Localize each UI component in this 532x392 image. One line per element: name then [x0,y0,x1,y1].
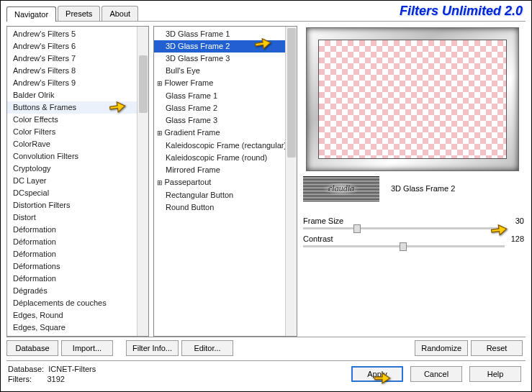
filter-item[interactable]: 3D Glass Frame 2 [154,40,297,53]
apply-button[interactable]: Apply [351,366,403,382]
help-button[interactable]: Help [469,366,521,382]
filter-info-button[interactable]: Filter Info... [126,340,179,356]
category-item[interactable]: Buttons & Frames [7,101,148,114]
category-item[interactable]: Edges, Square [7,322,148,334]
category-item[interactable]: Déplacements de couches [7,297,148,309]
category-item[interactable]: Edges, Round [7,309,148,322]
slider-frame-size[interactable] [303,227,505,229]
category-item[interactable]: Distortion Filters [7,199,148,211]
watermark: claudia [303,176,379,201]
import-button[interactable]: Import... [61,340,113,356]
randomize-button[interactable]: Randomize [415,340,468,356]
reset-button[interactable]: Reset [471,340,523,356]
category-item[interactable]: Andrew's Filters 7 [7,53,148,65]
app-title: Filters Unlimited 2.0 [400,4,523,19]
filter-item[interactable]: Kaleidoscopic Frame (round) [154,152,297,164]
filter-list[interactable]: 3D Glass Frame 13D Glass Frame 23D Glass… [153,26,297,337]
scrollbar[interactable] [137,27,148,336]
category-item[interactable]: Déformation [7,236,148,248]
filter-item[interactable]: Mirrored Frame [154,164,297,176]
param-contrast-value: 128 [495,234,524,243]
filter-item[interactable]: 3D Glass Frame 1 [154,28,297,40]
filter-item[interactable]: Rectangular Button [154,189,297,201]
filter-item[interactable]: Gradient Frame [154,127,297,140]
category-item[interactable]: Déformation [7,273,148,285]
slider-contrast[interactable] [303,245,505,247]
category-item[interactable]: Déformations [7,260,148,273]
category-item[interactable]: Déformation [7,224,148,236]
footer-info: Database: ICNET-Filters Filters: 3192 [8,364,351,384]
category-item[interactable]: Color Effects [7,114,148,126]
filter-item[interactable]: Round Button [154,201,297,214]
param-frame-size-label: Frame Size [303,216,447,225]
param-contrast-label: Contrast [303,234,447,243]
filter-item[interactable]: Flower Frame [154,77,297,90]
category-item[interactable]: Andrew's Filters 9 [7,77,148,89]
filter-item[interactable]: Glass Frame 2 [154,102,297,114]
cancel-button[interactable]: Cancel [410,366,462,382]
selected-filter-name: 3D Glass Frame 2 [391,184,455,193]
category-item[interactable]: Andrew's Filters 6 [7,40,148,53]
category-item[interactable]: Déformation [7,248,148,260]
category-item[interactable]: Convolution Filters [7,150,148,163]
filter-item[interactable]: Passepartout [154,176,297,189]
parameters: Frame Size 30 Contrast 128 [303,214,524,247]
tab-navigator[interactable]: Navigator [6,6,56,22]
category-item[interactable]: Color Filters [7,126,148,138]
category-item[interactable]: DCspecial [7,187,148,199]
category-item[interactable]: Dégradés [7,285,148,297]
category-item[interactable]: Andrew's Filters 8 [7,65,148,77]
param-frame-size-value: 30 [495,216,524,225]
category-item[interactable]: ColorRave [7,138,148,150]
preview-image [306,27,519,171]
filter-item[interactable]: Bull's Eye [154,65,297,77]
category-item[interactable]: Distort [7,211,148,224]
category-item[interactable]: Balder Olrik [7,89,148,101]
toolbar-row: Database Import... Filter Info... Editor… [1,337,531,359]
category-item[interactable]: Andrew's Filters 5 [7,28,148,40]
filter-item[interactable]: Glass Frame 3 [154,114,297,127]
database-button[interactable]: Database [6,340,58,356]
filter-item[interactable]: 3D Glass Frame 3 [154,53,297,65]
tab-about[interactable]: About [102,6,138,21]
tab-presets[interactable]: Presets [58,6,100,21]
tab-bar: Navigator Presets About [6,6,140,21]
editor-button[interactable]: Editor... [181,340,233,356]
category-item[interactable]: DC Layer [7,175,148,187]
filter-item[interactable]: Glass Frame 1 [154,90,297,102]
scrollbar[interactable] [285,27,297,336]
filter-item[interactable]: Kaleidoscopic Frame (rectangular) [154,140,297,152]
category-list[interactable]: Andrew's Filters 5Andrew's Filters 6Andr… [6,26,149,337]
category-item[interactable]: Cryptology [7,163,148,175]
